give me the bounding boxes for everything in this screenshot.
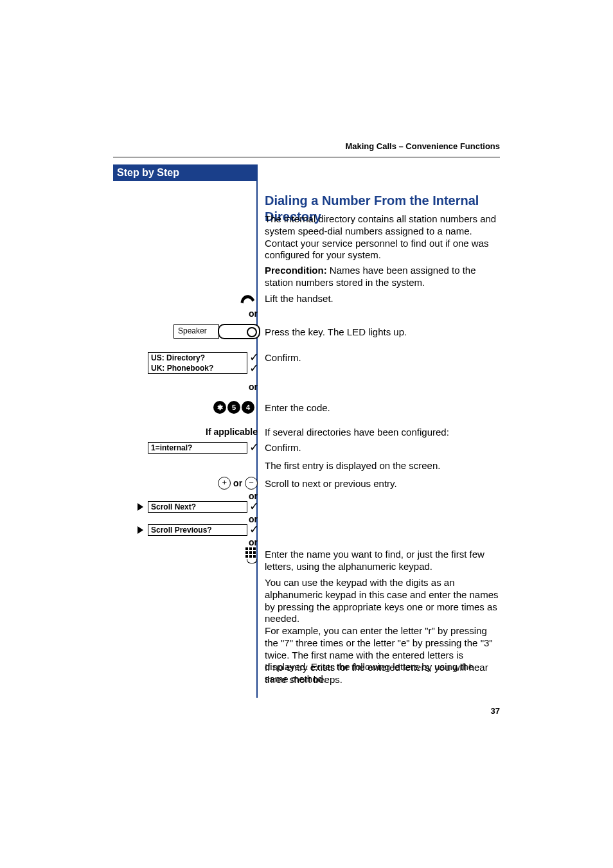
check-icon: ✓ — [249, 500, 259, 512]
intro-text: The internal directory contains all stat… — [265, 213, 500, 261]
or-label-6: or — [113, 537, 258, 547]
confirm-text-2: Confirm. — [265, 442, 500, 454]
check-icon: ✓ — [249, 524, 259, 535]
or-label-3: or — [233, 478, 242, 488]
running-head: Making Calls – Convenience Functions — [345, 141, 500, 151]
precondition-label: Precondition: — [265, 265, 327, 276]
sidebar-rule — [256, 181, 258, 698]
press-key-text: Press the key. The LED lights up. — [265, 326, 500, 339]
speaker-key-icon — [218, 324, 260, 339]
check-icon: ✓ — [249, 441, 259, 453]
if-applicable-label: If applicable — [113, 427, 258, 437]
code-key-star: ✱ — [213, 401, 226, 414]
or-label-4: or — [113, 491, 258, 501]
sidebar-header: Step by Step — [113, 164, 258, 181]
header-rule — [113, 157, 500, 157]
or-label-5: or — [113, 514, 258, 524]
display-internal: 1=internal? — [148, 442, 247, 454]
code-key-5: 5 — [227, 401, 240, 414]
enter-name-text: Enter the name you want to find, or just… — [265, 549, 500, 573]
display-uk-phonebook: UK: Phonebook? — [148, 363, 247, 374]
code-sequence: ✱ 5 4 — [213, 401, 254, 414]
if-several-text: If several directories have been configu… — [265, 427, 500, 439]
display-scroll-previous: Scroll Previous? — [148, 524, 247, 536]
triangle-marker-icon — [138, 503, 143, 511]
code-key-4: 4 — [242, 401, 254, 414]
no-entry-text: If no entry exists for the entered lette… — [265, 662, 500, 686]
keypad-icon — [245, 547, 257, 563]
first-entry-text: The first entry is displayed on the scre… — [265, 460, 500, 472]
minus-button-icon: − — [245, 477, 258, 490]
handset-icon — [238, 290, 257, 310]
lift-handset-text: Lift the handset. — [265, 293, 500, 305]
speaker-key: Speaker — [173, 324, 260, 339]
page: Making Calls – Convenience Functions Ste… — [0, 0, 613, 868]
speaker-key-label: Speaker — [173, 324, 219, 339]
or-label-2: or — [113, 382, 258, 392]
display-scroll-next: Scroll Next? — [148, 501, 247, 513]
scroll-instruction: Scroll to next or previous entry. — [265, 478, 500, 490]
page-number: 37 — [491, 706, 500, 716]
display-us-directory: US: Directory? — [148, 352, 247, 364]
plus-button-icon: + — [218, 477, 231, 490]
confirm-text-1: Confirm. — [265, 352, 500, 364]
or-label-1: or — [113, 308, 258, 319]
precondition: Precondition: Names have been assigned t… — [265, 265, 500, 289]
triangle-marker-icon — [138, 526, 143, 534]
enter-code-text: Enter the code. — [265, 402, 500, 414]
check-icon: ✓ — [249, 362, 259, 374]
